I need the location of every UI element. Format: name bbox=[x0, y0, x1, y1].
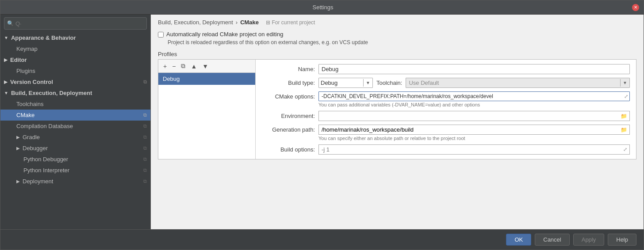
generation-path-label: Generation path: bbox=[262, 125, 315, 133]
generation-path-field-row: Generation path: 📁 You can specify eithe… bbox=[262, 125, 630, 141]
sidebar-item-compilation-database[interactable]: Compilation Database ⧉ bbox=[0, 121, 150, 132]
cmake-options-input[interactable] bbox=[318, 91, 630, 101]
main-content: 🔍 ▼ Appearance & Behavior Keymap ▶ Edito… bbox=[0, 15, 644, 229]
for-project-label: ⊞ For current project bbox=[266, 19, 315, 26]
profiles-section: + − ⧉ ▲ ▼ Debug Name: bbox=[158, 59, 636, 159]
settings-dialog: Settings ✕ 🔍 ▼ Appearance & Behavior Key… bbox=[0, 0, 644, 250]
right-panel: Build, Execution, Deployment › CMake ⊞ F… bbox=[151, 15, 644, 229]
auto-reload-label: Automatically reload CMake project on ed… bbox=[166, 31, 283, 38]
build-type-arrow-icon: ▼ bbox=[363, 79, 372, 87]
sidebar-item-label: Python Interpreter bbox=[23, 167, 69, 174]
generation-path-value: 📁 You can specify either an absolute pat… bbox=[318, 125, 630, 141]
move-up-button[interactable]: ▲ bbox=[188, 62, 199, 71]
collapse-arrow-icon: ▶ bbox=[16, 146, 20, 151]
apply-button[interactable]: Apply bbox=[573, 234, 605, 246]
sidebar-item-version-control[interactable]: ▶ Version Control ⧉ bbox=[0, 76, 150, 87]
cmake-options-hint: You can pass additional variables (-DVAR… bbox=[318, 102, 630, 107]
profiles-list: + − ⧉ ▲ ▼ Debug bbox=[158, 60, 256, 159]
content-area: Automatically reload CMake project on ed… bbox=[151, 29, 644, 229]
collapse-arrow-icon: ▶ bbox=[16, 179, 20, 184]
cancel-button[interactable]: Cancel bbox=[535, 234, 569, 246]
collapse-arrow-icon: ▶ bbox=[16, 135, 20, 140]
dialog-title: Settings bbox=[14, 4, 632, 11]
copy-icon: ⧉ bbox=[143, 123, 147, 129]
sidebar-item-label: Gradle bbox=[23, 134, 40, 140]
browse-gen-icon[interactable]: 📁 bbox=[618, 125, 629, 134]
sidebar-item-label: Compilation Database bbox=[16, 123, 73, 129]
toolchain-select-wrap: ▼ bbox=[406, 78, 630, 88]
breadcrumb-current: CMake bbox=[240, 19, 259, 26]
add-profile-button[interactable]: + bbox=[161, 62, 169, 71]
auto-reload-checkbox[interactable] bbox=[158, 32, 164, 38]
expand-build-opts-icon[interactable]: ⤢ bbox=[621, 145, 629, 154]
environment-field: 📁 bbox=[318, 111, 630, 121]
auto-reload-row: Automatically reload CMake project on ed… bbox=[158, 31, 636, 38]
sidebar-item-build-execution[interactable]: ▼ Build, Execution, Deployment bbox=[0, 87, 150, 98]
expand-icon[interactable]: ⤢ bbox=[624, 94, 628, 99]
environment-label: Environment: bbox=[262, 111, 315, 119]
build-type-label: Build type: bbox=[262, 78, 315, 86]
build-options-label: Build options: bbox=[262, 144, 315, 153]
browse-env-icon[interactable]: 📁 bbox=[618, 112, 629, 121]
copy-profile-button[interactable]: ⧉ bbox=[179, 61, 188, 71]
breadcrumb-separator: › bbox=[236, 19, 238, 26]
sidebar-item-cmake[interactable]: CMake ⧉ bbox=[0, 110, 150, 121]
sidebar-item-label: Toolchains bbox=[16, 101, 43, 107]
sidebar-item-editor[interactable]: ▶ Editor bbox=[0, 54, 150, 65]
search-box[interactable]: 🔍 bbox=[4, 17, 147, 30]
profile-item-debug[interactable]: Debug bbox=[158, 73, 255, 85]
build-options-field-row: Build options: ⤢ bbox=[262, 144, 630, 155]
generation-path-field: 📁 bbox=[318, 125, 630, 135]
sidebar-item-deployment[interactable]: ▶ Deployment ⧉ bbox=[0, 176, 150, 187]
toolchain-input[interactable] bbox=[406, 78, 620, 87]
toolchain-label: Toolchain: bbox=[376, 80, 402, 86]
sidebar-item-keymap[interactable]: Keymap bbox=[0, 43, 150, 54]
sidebar: 🔍 ▼ Appearance & Behavior Keymap ▶ Edito… bbox=[0, 15, 151, 229]
profiles-toolbar: + − ⧉ ▲ ▼ bbox=[158, 60, 255, 73]
copy-icon: ⧉ bbox=[143, 167, 147, 173]
build-options-input[interactable] bbox=[319, 145, 621, 154]
breadcrumb-parent: Build, Execution, Deployment bbox=[158, 19, 233, 26]
search-icon: 🔍 bbox=[7, 20, 14, 27]
profiles-label: Profiles bbox=[158, 51, 636, 57]
cmake-options-label: CMake options: bbox=[262, 91, 315, 100]
sidebar-item-python-interpreter[interactable]: Python Interpreter ⧉ bbox=[0, 165, 150, 176]
sidebar-item-debugger[interactable]: ▶ Debugger ⧉ bbox=[0, 143, 150, 154]
sidebar-item-label: Deployment bbox=[23, 178, 53, 185]
fields-panel: Name: Build type: Debug bbox=[256, 60, 636, 159]
generation-path-input[interactable] bbox=[319, 125, 618, 134]
build-type-select[interactable]: Debug Release RelWithDebInfo MinSizeRel bbox=[319, 78, 363, 87]
build-options-field: ⤢ bbox=[318, 144, 630, 155]
title-bar: Settings ✕ bbox=[0, 0, 644, 15]
copy-icon: ⧉ bbox=[143, 156, 147, 162]
sidebar-item-python-debugger[interactable]: Python Debugger ⧉ bbox=[0, 154, 150, 165]
environment-input[interactable] bbox=[319, 111, 618, 121]
sidebar-item-label: Appearance & Behavior bbox=[11, 34, 76, 41]
name-input[interactable] bbox=[318, 64, 630, 74]
help-button[interactable]: Help bbox=[608, 234, 636, 246]
remove-profile-button[interactable]: − bbox=[170, 62, 178, 71]
sidebar-item-plugins[interactable]: Plugins bbox=[0, 65, 150, 76]
build-type-inline: Debug Release RelWithDebInfo MinSizeRel … bbox=[318, 78, 630, 88]
sidebar-item-label: Editor bbox=[10, 57, 27, 63]
sidebar-item-appearance[interactable]: ▼ Appearance & Behavior bbox=[0, 32, 150, 43]
sidebar-item-label: CMake bbox=[16, 112, 34, 118]
copy-icon: ⧉ bbox=[143, 79, 147, 85]
cmake-options-field: ⤢ bbox=[318, 91, 630, 101]
sidebar-item-gradle[interactable]: ▶ Gradle ⧉ bbox=[0, 132, 150, 143]
cmake-options-field-row: CMake options: ⤢ You can pass additional… bbox=[262, 91, 630, 107]
ok-button[interactable]: OK bbox=[506, 234, 531, 246]
name-label: Name: bbox=[262, 64, 315, 72]
move-down-button[interactable]: ▼ bbox=[200, 62, 211, 71]
copy-icon: ⧉ bbox=[143, 178, 147, 184]
collapse-arrow-icon: ▼ bbox=[4, 35, 8, 40]
collapse-arrow-icon: ▼ bbox=[4, 91, 8, 95]
name-field-value bbox=[318, 64, 630, 74]
sidebar-item-toolchains[interactable]: Toolchains bbox=[0, 98, 150, 110]
close-button[interactable]: ✕ bbox=[632, 4, 639, 11]
search-input[interactable] bbox=[15, 20, 144, 27]
collapse-arrow-icon: ▶ bbox=[4, 80, 8, 84]
sidebar-item-label: Version Control bbox=[10, 79, 53, 85]
toolchain-arrow-icon: ▼ bbox=[620, 79, 629, 87]
sidebar-item-label: Keymap bbox=[16, 45, 38, 52]
